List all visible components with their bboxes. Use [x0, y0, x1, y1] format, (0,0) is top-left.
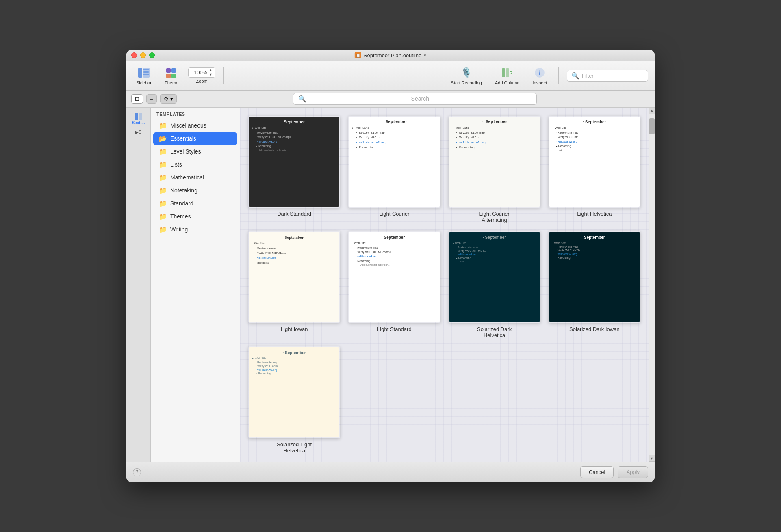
theme-card-dark-standard[interactable]: September ▸ Web Site · Review site map ·…	[248, 116, 340, 223]
category-notetaking[interactable]: 📁 Notetaking	[153, 184, 237, 197]
sections-sidebar-item[interactable]: Secti...	[128, 111, 149, 127]
theme-icon	[165, 66, 178, 79]
zoom-stepper[interactable]: ▲ ▼	[209, 69, 213, 76]
category-level-styles[interactable]: 📁 Level Styles	[153, 145, 237, 158]
theme-name-solarized-dark-helvetica: Solarized DarkHelvetica	[477, 326, 512, 338]
theme-card-solarized-light-helvetica[interactable]: · September ▸ Web Site · Review site map…	[248, 346, 340, 454]
title-chevron-icon: ▾	[424, 53, 426, 58]
svg-rect-8	[171, 74, 176, 78]
theme-preview-solarized-dark-iowan[interactable]: September Web Site Review site map Verif…	[549, 231, 640, 323]
gear-chevron-icon: ▾	[170, 96, 173, 102]
start-recording-toolbar-label: Start Recording	[451, 80, 482, 85]
theme-preview-light-courier[interactable]: · September ▸ Web Site · Review site map…	[348, 116, 440, 208]
category-label-mathematical: Mathematical	[170, 174, 204, 181]
title-bar: 📋 September Plan.ooutline ▾	[126, 50, 655, 61]
category-mathematical[interactable]: 📁 Mathematical	[153, 171, 237, 184]
theme-preview-light-standard[interactable]: September Web Site Review site map Verif…	[348, 231, 440, 323]
zoom-toolbar-item: ▲ ▼ Zoom	[188, 67, 215, 84]
theme-preview-light-helvetica[interactable]: · September ▸ Web Site · Review site map…	[549, 116, 640, 208]
theme-toolbar-button[interactable]: Theme	[161, 65, 182, 87]
gear-button[interactable]: ⚙ ▾	[160, 94, 177, 104]
svg-rect-5	[166, 68, 171, 73]
category-writing[interactable]: 📁 Writing	[153, 223, 237, 236]
category-label-writing: Writing	[170, 226, 188, 233]
secondary-toolbar: ⊞ ≡ ⚙ ▾ 🔍	[126, 91, 655, 108]
list-view-button[interactable]: ≡	[146, 94, 157, 104]
scroll-down-button[interactable]: ▼	[649, 455, 655, 462]
zoom-up-icon[interactable]: ▲	[209, 69, 213, 72]
theme-card-light-iowan[interactable]: September Web Site Review site map Verif…	[248, 231, 340, 338]
bottom-bar: ? Cancel Apply	[126, 462, 655, 482]
folder-icon-level-styles: 📁	[159, 148, 167, 156]
theme-card-solarized-dark-helvetica[interactable]: · September ▸ Web Site · Review site map…	[449, 231, 540, 338]
theme-preview-solarized-light-helvetica[interactable]: · September ▸ Web Site · Review site map…	[248, 346, 340, 438]
maximize-button[interactable]	[149, 52, 155, 58]
sidebar-toolbar-button[interactable]: Sidebar	[133, 65, 155, 87]
theme-preview-solarized-dark-helvetica[interactable]: · September ▸ Web Site · Review site map…	[449, 231, 540, 323]
sections-label: Secti...	[132, 121, 145, 125]
zoom-toolbar-label: Zoom	[196, 79, 208, 84]
search-icon: 🔍	[571, 72, 579, 80]
svg-rect-9	[502, 68, 505, 77]
zoom-input[interactable]	[191, 69, 207, 76]
theme-card-light-courier-alternating[interactable]: · September ▸ Web Site · Review site map…	[449, 116, 540, 223]
folder-icon-standard: 📁	[159, 200, 167, 208]
sidebar-toolbar-label: Sidebar	[136, 80, 152, 85]
category-themes[interactable]: 📁 Themes	[153, 210, 237, 223]
scroll-thumb[interactable]	[649, 118, 655, 134]
cancel-button[interactable]: Cancel	[580, 466, 614, 478]
add-column-toolbar-button[interactable]: Add Column	[492, 65, 523, 87]
content-area: Secti... ▶ S TEMPLATES 📁 Miscellaneous 📂…	[126, 108, 655, 462]
theme-name-solarized-light-helvetica: Solarized LightHelvetica	[277, 441, 312, 454]
category-label-essentials: Essentials	[170, 135, 196, 142]
category-label-miscellaneous: Miscellaneous	[170, 122, 206, 129]
help-button[interactable]: ?	[133, 468, 141, 476]
list-view-icon: ≡	[150, 96, 153, 102]
theme-card-solarized-dark-iowan[interactable]: September Web Site Review site map Verif…	[549, 231, 640, 338]
toolbar-search-box[interactable]: 🔍	[567, 70, 648, 82]
section-expand-icon: ▶ S	[135, 130, 141, 134]
svg-rect-7	[166, 74, 171, 78]
inspect-toolbar-button[interactable]: Inspect	[529, 65, 550, 87]
theme-preview-light-iowan[interactable]: September Web Site Review site map Verif…	[248, 231, 340, 323]
folder-icon-lists: 📁	[159, 161, 167, 169]
sections-row-item[interactable]: ▶ S	[128, 128, 149, 136]
close-button[interactable]	[131, 52, 137, 58]
category-lists[interactable]: 📁 Lists	[153, 158, 237, 171]
theme-preview-light-courier-alternating[interactable]: · September ▸ Web Site · Review site map…	[449, 116, 540, 208]
folder-icon-miscellaneous: 📁	[159, 122, 167, 130]
theme-preview-dark-standard[interactable]: September ▸ Web Site · Review site map ·…	[248, 116, 340, 208]
svg-rect-10	[506, 68, 509, 77]
secondary-search-input[interactable]	[309, 95, 532, 102]
theme-card-light-helvetica[interactable]: · September ▸ Web Site · Review site map…	[549, 116, 640, 223]
toolbar-separator-1	[223, 67, 224, 84]
inspect-toolbar-label: Inspect	[533, 80, 547, 85]
apply-button[interactable]: Apply	[618, 466, 648, 478]
toolbar: Sidebar Theme ▲ ▼ Zoom	[126, 61, 655, 91]
theme-card-light-courier[interactable]: · September ▸ Web Site · Review site map…	[348, 116, 440, 223]
grid-view-button[interactable]: ⊞	[131, 94, 143, 104]
scroll-up-button[interactable]: ▲	[649, 108, 655, 114]
sections-sidebar: Secti... ▶ S	[126, 108, 151, 462]
theme-card-light-standard[interactable]: September Web Site Review site map Verif…	[348, 231, 440, 338]
svg-rect-16	[539, 72, 540, 75]
themes-grid-area: September ▸ Web Site · Review site map ·…	[240, 108, 649, 462]
svg-point-15	[539, 70, 540, 71]
category-essentials[interactable]: 📂 Essentials	[153, 132, 237, 145]
zoom-input-wrap[interactable]: ▲ ▼	[188, 67, 215, 78]
folder-icon-essentials: 📂	[159, 135, 167, 143]
category-miscellaneous[interactable]: 📁 Miscellaneous	[153, 119, 237, 132]
templates-header: TEMPLATES	[151, 108, 240, 119]
folder-icon-writing: 📁	[159, 226, 167, 234]
scroll-track[interactable]	[649, 114, 655, 456]
bottom-buttons: Cancel Apply	[580, 466, 648, 478]
folder-icon-themes: 📁	[159, 213, 167, 221]
minimize-button[interactable]	[140, 52, 146, 58]
toolbar-search-input[interactable]	[582, 73, 644, 79]
zoom-down-icon[interactable]: ▼	[209, 73, 213, 76]
help-icon: ?	[136, 469, 139, 475]
inspect-icon	[533, 66, 546, 79]
category-label-notetaking: Notetaking	[170, 187, 197, 194]
category-standard[interactable]: 📁 Standard	[153, 197, 237, 210]
secondary-search-box[interactable]: 🔍	[293, 93, 537, 105]
